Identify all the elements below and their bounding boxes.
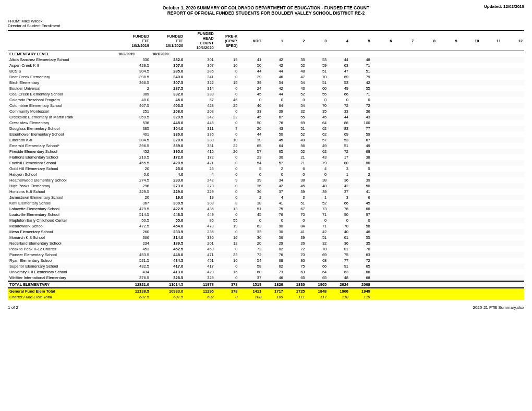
grade-prek-cell: 9 bbox=[215, 177, 239, 183]
grade-g9-cell bbox=[437, 143, 459, 149]
table-row: Emerald Elementary School*396.5359.03812… bbox=[8, 143, 524, 149]
grade-g7-cell bbox=[393, 183, 415, 189]
grade-kdg-cell: 33 bbox=[239, 108, 263, 114]
grade-g12-cell bbox=[502, 206, 524, 212]
grade-fte2-cell: 332.0 bbox=[151, 91, 185, 97]
table-row: Jamestown Elementary School2019.01902431… bbox=[8, 195, 524, 200]
grade-g3-cell: 4 bbox=[307, 166, 329, 172]
grade-head-cell: 242 bbox=[185, 177, 215, 183]
grade-g8-cell bbox=[415, 154, 437, 160]
grade-g1-cell: 76 bbox=[263, 120, 285, 126]
grade-fte2-cell: 55.0 bbox=[151, 217, 185, 223]
grade-g4-cell: 76 bbox=[328, 206, 350, 212]
grade-g1-cell: 46 bbox=[263, 74, 285, 80]
table-row: Alicia Sanchez Elementary School330282.0… bbox=[8, 57, 524, 63]
grade-prek-cell: 46 bbox=[215, 97, 239, 103]
grade-head-cell: 428 bbox=[185, 103, 215, 108]
grade-g8-cell bbox=[415, 263, 437, 269]
grade-g10-cell bbox=[459, 120, 481, 126]
grade-head-cell: 367 bbox=[185, 63, 215, 68]
grade-g5-cell: 71 bbox=[350, 91, 372, 97]
grade-g6-cell bbox=[372, 229, 394, 235]
grade-g6-cell bbox=[372, 183, 394, 189]
grade-g2-cell: 70 bbox=[285, 212, 307, 217]
grade-g2-cell: 52 bbox=[285, 149, 307, 154]
total-label: TOTAL ELEMENTARY bbox=[8, 281, 117, 288]
grade-g6-cell bbox=[372, 195, 394, 200]
grade-g6-cell bbox=[372, 189, 394, 195]
grade-fte2-cell: 229.0 bbox=[151, 189, 185, 195]
grade-fte2-cell: 413.0 bbox=[151, 269, 185, 275]
grade-g12-cell bbox=[502, 189, 524, 195]
grade-g5-cell: 39 bbox=[350, 177, 372, 183]
table-row: Douglass Elementary School385304.0311726… bbox=[8, 126, 524, 131]
grade-g5-cell: 67 bbox=[350, 137, 372, 143]
grade-g8-cell bbox=[415, 74, 437, 80]
grade-kdg-cell: 51 bbox=[239, 206, 263, 212]
grade-g7-cell bbox=[393, 172, 415, 177]
grade-fte2-cell: 420.5 bbox=[151, 160, 185, 166]
charter-fund-g4: 118 bbox=[328, 294, 350, 300]
grade-g4-cell: 72 bbox=[328, 103, 350, 108]
gen-fund-fte2: 10933.0 bbox=[151, 288, 185, 294]
table-row: Heatherwood Elementary School274.5233.02… bbox=[8, 177, 524, 183]
grade-g10-cell bbox=[459, 149, 481, 154]
grade-fte1-cell: 453.5 bbox=[117, 252, 151, 258]
grade-g3-cell: 51 bbox=[307, 80, 329, 86]
grade-g3-cell: 62 bbox=[307, 126, 329, 131]
grade-fte1-cell: 467.5 bbox=[117, 103, 151, 108]
grade-g2-cell: 52 bbox=[285, 63, 307, 68]
grade-g2-cell: 51 bbox=[285, 200, 307, 206]
grade-g6-cell bbox=[372, 160, 394, 166]
grade-fte1-cell: 514.5 bbox=[117, 212, 151, 217]
grade-g1-cell: 44 bbox=[263, 91, 285, 97]
from-name: FROM: Mike Wilcox bbox=[8, 19, 60, 23]
grade-g1-cell: 64 bbox=[263, 103, 285, 108]
grade-g6-cell bbox=[372, 269, 394, 275]
grade-prek-cell: 12 bbox=[215, 240, 239, 246]
grade-g6-cell bbox=[372, 200, 394, 206]
table-row: Creekside Elementary at Martin Park359.5… bbox=[8, 114, 524, 120]
grade-g3-cell: 45 bbox=[307, 114, 329, 120]
grade-kdg-cell: 2 bbox=[239, 195, 263, 200]
grade-g2-cell: 84 bbox=[285, 223, 307, 229]
grade-g10-cell bbox=[459, 160, 481, 166]
grade-g5-cell: 38 bbox=[350, 154, 372, 160]
grade-g9-cell bbox=[437, 195, 459, 200]
grade-g8-cell bbox=[415, 229, 437, 235]
grade-g9-cell bbox=[437, 183, 459, 189]
grade-g1-cell: 76 bbox=[263, 252, 285, 258]
grade-kdg-cell: 39 bbox=[239, 177, 263, 183]
grade-g9-cell bbox=[437, 80, 459, 86]
grade-g10-cell bbox=[459, 114, 481, 120]
grade-g8-cell bbox=[415, 126, 437, 131]
grade-g6-cell bbox=[372, 275, 394, 281]
grade-g4-cell: 69 bbox=[328, 131, 350, 137]
grade-g6-cell bbox=[372, 212, 394, 217]
grade-g9-cell bbox=[437, 103, 459, 108]
school-name-cell: Eisenhower Elementary School bbox=[8, 131, 117, 137]
grade-fte1-cell: 0.0 bbox=[117, 172, 151, 177]
total-fte1: 12821.0 bbox=[117, 281, 151, 288]
grade-g9-cell bbox=[437, 74, 459, 80]
grade-g6-cell bbox=[372, 86, 394, 91]
school-name-cell: Emerald Elementary School* bbox=[8, 143, 117, 149]
grade-g8-cell bbox=[415, 97, 437, 103]
grade-prek-cell: 0 bbox=[215, 108, 239, 114]
total-g2: 1836 bbox=[285, 281, 307, 288]
grade-g1-cell: 65 bbox=[263, 149, 285, 154]
grade-g2-cell: 0 bbox=[285, 97, 307, 103]
grade-g12-cell bbox=[502, 143, 524, 149]
grade-g9-cell bbox=[437, 120, 459, 126]
grade-fte1-cell: 385 bbox=[117, 126, 151, 131]
grade-kdg-cell: 72 bbox=[239, 252, 263, 258]
grade-prek-cell: 19 bbox=[215, 57, 239, 63]
grade-fte1-cell: 274.5 bbox=[117, 177, 151, 183]
grade-g7-cell bbox=[393, 108, 415, 114]
grade-g4-cell: 0 bbox=[328, 217, 350, 223]
grade-g3-cell: 53 bbox=[307, 57, 329, 63]
grade-fte1-cell: 251 bbox=[117, 108, 151, 114]
grade-g7-cell bbox=[393, 177, 415, 183]
grade-fte2-cell: 434.5 bbox=[151, 258, 185, 263]
grade-g10-cell bbox=[459, 57, 481, 63]
